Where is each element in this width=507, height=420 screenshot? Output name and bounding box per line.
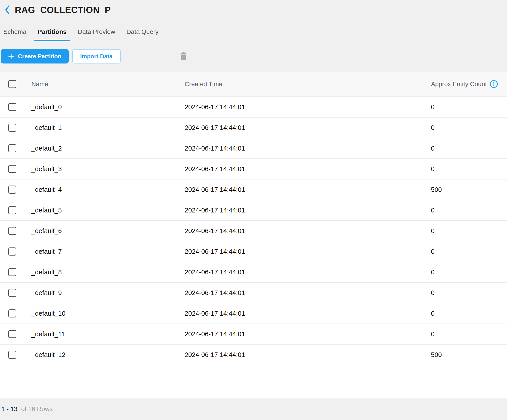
partition-entity-count: 0 xyxy=(431,124,507,131)
partition-entity-count: 500 xyxy=(431,351,507,358)
column-header-name: Name xyxy=(31,80,185,88)
table-row: _default_2 2024-06-17 14:44:01 0 xyxy=(0,138,507,159)
toolbar: Create Partition Import Data xyxy=(1,49,507,64)
partition-entity-count: 0 xyxy=(431,207,507,214)
table-row: _default_7 2024-06-17 14:44:01 0 xyxy=(0,242,507,262)
partition-name: _default_10 xyxy=(31,310,185,317)
partition-created-time: 2024-06-17 14:44:01 xyxy=(185,145,431,152)
tab-data-preview[interactable]: Data Preview xyxy=(74,23,119,41)
partition-entity-count: 0 xyxy=(431,227,507,235)
tabs-bar: Schema Partitions Data Preview Data Quer… xyxy=(0,23,507,41)
table-row: _default_10 2024-06-17 14:44:01 0 xyxy=(0,303,507,324)
row-checkbox[interactable] xyxy=(8,124,16,132)
partition-entity-count: 0 xyxy=(431,103,507,111)
partition-entity-count: 500 xyxy=(431,186,507,193)
partition-name: _default_6 xyxy=(31,227,185,235)
table-row: _default_1 2024-06-17 14:44:01 0 xyxy=(0,118,507,138)
partition-created-time: 2024-06-17 14:44:01 xyxy=(185,351,431,358)
partition-name: _default_9 xyxy=(31,289,185,297)
table-row: _default_11 2024-06-17 14:44:01 0 xyxy=(0,324,507,345)
table-header-row: Name Created Time Approx Entity Count xyxy=(0,71,507,97)
row-checkbox[interactable] xyxy=(8,144,16,152)
pagination-footer: 1 - 13 of 16 Rows xyxy=(0,399,507,415)
row-checkbox[interactable] xyxy=(8,268,16,276)
row-checkbox[interactable] xyxy=(8,165,16,173)
column-header-created-time: Created Time xyxy=(185,80,431,88)
pagination-total: of 16 Rows xyxy=(21,406,53,413)
tab-schema[interactable]: Schema xyxy=(0,23,30,41)
partition-created-time: 2024-06-17 14:44:01 xyxy=(185,330,431,338)
create-partition-button[interactable]: Create Partition xyxy=(1,49,69,64)
partition-name: _default_12 xyxy=(31,351,185,358)
partition-name: _default_11 xyxy=(31,330,185,338)
row-checkbox[interactable] xyxy=(8,206,16,214)
partition-created-time: 2024-06-17 14:44:01 xyxy=(185,269,431,276)
table-row: _default_4 2024-06-17 14:44:01 500 xyxy=(0,179,507,200)
page-header: RAG_COLLECTION_P xyxy=(0,0,507,15)
partition-name: _default_7 xyxy=(31,248,185,255)
row-checkbox[interactable] xyxy=(8,351,16,359)
table-row: _default_12 2024-06-17 14:44:01 500 xyxy=(0,345,507,365)
partition-entity-count: 0 xyxy=(431,165,507,173)
partition-created-time: 2024-06-17 14:44:01 xyxy=(185,248,431,255)
partition-name: _default_2 xyxy=(31,145,185,152)
entity-count-info-button[interactable] xyxy=(490,80,498,88)
table-row: _default_5 2024-06-17 14:44:01 0 xyxy=(0,200,507,221)
delete-partition-button[interactable] xyxy=(180,52,187,61)
row-checkbox[interactable] xyxy=(8,248,16,256)
import-data-label: Import Data xyxy=(80,53,113,60)
partition-created-time: 2024-06-17 14:44:01 xyxy=(185,124,431,131)
row-checkbox[interactable] xyxy=(8,330,16,338)
pagination-range: 1 - 13 xyxy=(1,406,17,413)
partition-created-time: 2024-06-17 14:44:01 xyxy=(185,103,431,111)
row-checkbox[interactable] xyxy=(8,103,16,111)
table-row: _default_6 2024-06-17 14:44:01 0 xyxy=(0,221,507,242)
select-all-checkbox[interactable] xyxy=(8,80,16,88)
partition-entity-count: 0 xyxy=(431,330,507,338)
partition-entity-count: 0 xyxy=(431,248,507,255)
partition-name: _default_5 xyxy=(31,207,185,214)
partition-created-time: 2024-06-17 14:44:01 xyxy=(185,227,431,235)
table-row: _default_8 2024-06-17 14:44:01 0 xyxy=(0,262,507,283)
table-empty-space xyxy=(0,365,507,399)
partition-name: _default_3 xyxy=(31,165,185,173)
chevron-left-icon xyxy=(5,5,10,14)
partition-created-time: 2024-06-17 14:44:01 xyxy=(185,165,431,173)
table-row: _default_9 2024-06-17 14:44:01 0 xyxy=(0,283,507,303)
create-partition-label: Create Partition xyxy=(18,53,62,60)
partition-name: _default_4 xyxy=(31,186,185,193)
partition-entity-count: 0 xyxy=(431,269,507,276)
back-button[interactable] xyxy=(4,5,11,15)
plus-icon xyxy=(8,53,14,59)
table-row: _default_0 2024-06-17 14:44:01 0 xyxy=(0,97,507,118)
trash-icon xyxy=(180,52,187,61)
row-checkbox[interactable] xyxy=(8,289,16,297)
import-data-button[interactable]: Import Data xyxy=(72,49,121,64)
partition-name: _default_0 xyxy=(31,103,185,111)
column-header-approx-entity-count: Approx Entity Count xyxy=(431,80,487,88)
partition-created-time: 2024-06-17 14:44:01 xyxy=(185,207,431,214)
table-row: _default_3 2024-06-17 14:44:01 0 xyxy=(0,159,507,179)
partition-name: _default_1 xyxy=(31,124,185,131)
partition-created-time: 2024-06-17 14:44:01 xyxy=(185,186,431,193)
row-checkbox[interactable] xyxy=(8,185,16,194)
partitions-table: Name Created Time Approx Entity Count _d… xyxy=(0,71,507,399)
tab-partitions[interactable]: Partitions xyxy=(34,23,70,41)
partition-created-time: 2024-06-17 14:44:01 xyxy=(185,310,431,317)
partition-entity-count: 0 xyxy=(431,289,507,297)
row-checkbox[interactable] xyxy=(8,309,16,317)
partition-entity-count: 0 xyxy=(431,310,507,317)
page-title: RAG_COLLECTION_P xyxy=(15,5,111,15)
partition-created-time: 2024-06-17 14:44:01 xyxy=(185,289,431,297)
tab-data-query[interactable]: Data Query xyxy=(123,23,162,41)
info-icon xyxy=(490,80,498,88)
partition-name: _default_8 xyxy=(31,269,185,276)
partition-entity-count: 0 xyxy=(431,145,507,152)
row-checkbox[interactable] xyxy=(8,227,16,235)
